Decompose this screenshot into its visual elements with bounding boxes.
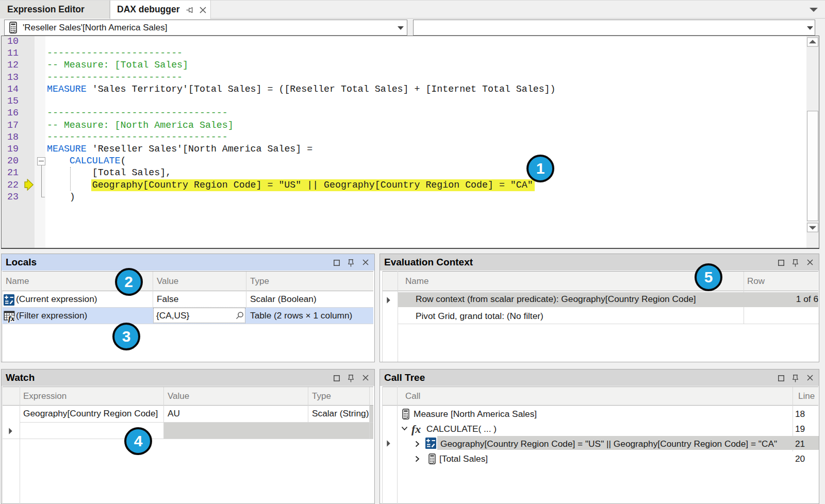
svg-text:fx: fx (8, 314, 15, 323)
